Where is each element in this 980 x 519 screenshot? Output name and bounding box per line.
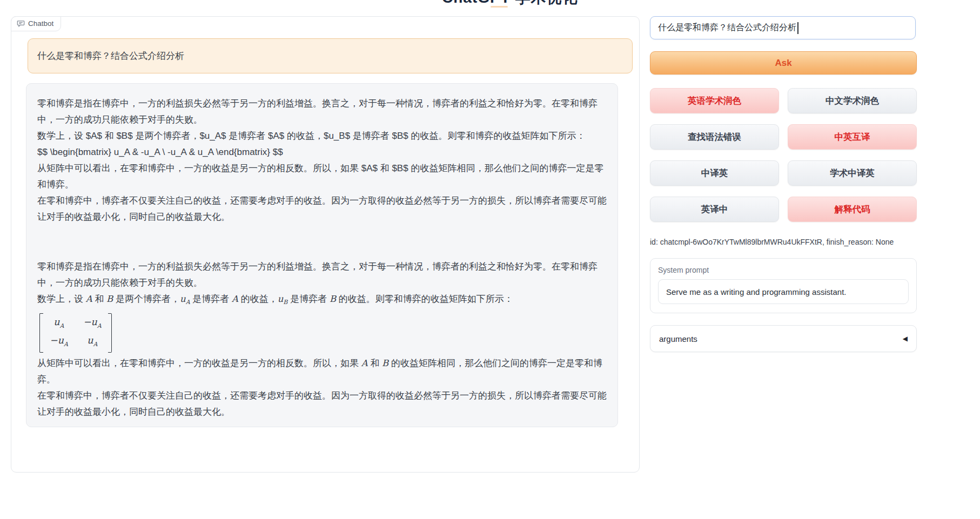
chatbot-label-tab: Chatbot bbox=[11, 16, 61, 31]
question-input-value: 什么是零和博弈？结合公式介绍分析 bbox=[658, 22, 796, 33]
system-prompt-value: Serve me as a writing and programming as… bbox=[666, 287, 846, 296]
btn-academic-zh-to-en[interactable]: 学术中译英 bbox=[788, 160, 917, 186]
math-formula-raw: $$ \begin{bmatrix} u_A & -u_A \ -u_A & u… bbox=[37, 144, 607, 160]
chat-bubble-icon bbox=[17, 19, 25, 28]
arguments-accordion[interactable]: arguments ◀ bbox=[650, 325, 917, 352]
matrix-left-bracket bbox=[39, 313, 43, 353]
chatbot-panel: Chatbot 什么是零和博弈？结合公式介绍分析 零和博弈是指在博弈中，一方的利… bbox=[11, 16, 640, 473]
bot-raw-paragraph: 零和博弈是指在博弈中，一方的利益损失必然等于另一方的利益增益。换言之，对于每一种… bbox=[37, 96, 607, 128]
status-text: id: chatcmpl-6wOo7KrYTwMl89lbrMWRu4UkFFX… bbox=[650, 238, 958, 246]
system-prompt-card: System prompt Serve me as a writing and … bbox=[650, 258, 917, 313]
bot-rendered-paragraph: 数学上，设 A 和 B 是两个博弈者，uA 是博弈者 A 的收益，uB 是博弈者… bbox=[37, 291, 607, 311]
bot-raw-paragraph: 数学上，设 $A$ 和 $B$ 是两个博弈者，$u_A$ 是博弈者 $A$ 的收… bbox=[37, 128, 607, 144]
user-message-text: 什么是零和博弈？结合公式介绍分析 bbox=[37, 50, 184, 62]
accordion-label: arguments bbox=[659, 334, 697, 343]
system-prompt-input[interactable]: Serve me as a writing and programming as… bbox=[658, 279, 909, 304]
btn-english-academic-polish[interactable]: 英语学术润色 bbox=[650, 88, 779, 113]
bot-raw-paragraph: 在零和博弈中，博弈者不仅要关注自己的收益，还需要考虑对手的收益。因为一方取得的收… bbox=[37, 193, 607, 225]
btn-zh-en-mutual-translate[interactable]: 中英互译 bbox=[788, 124, 917, 150]
matrix-cells: uA−uA−uAuA bbox=[43, 313, 108, 353]
user-message-bubble: 什么是零和博弈？结合公式介绍分析 bbox=[28, 38, 633, 73]
system-prompt-label: System prompt bbox=[658, 266, 909, 274]
title-underline-fragment bbox=[491, 6, 508, 8]
bot-raw-paragraph: 从矩阵中可以看出，在零和博弈中，一方的收益是另一方的相反数。所以，如果 $A$ … bbox=[37, 160, 607, 193]
ask-button[interactable]: Ask bbox=[650, 51, 917, 75]
payoff-matrix: uA−uA−uAuA bbox=[39, 313, 112, 353]
bot-raw-block: 零和博弈是指在博弈中，一方的利益损失必然等于另一方的利益增益。换言之，对于每一种… bbox=[37, 96, 607, 225]
btn-en-to-zh[interactable]: 英译中 bbox=[650, 197, 779, 222]
text-caret bbox=[797, 22, 798, 34]
bot-message-bubble: 零和博弈是指在博弈中，一方的利益损失必然等于另一方的利益增益。换言之，对于每一种… bbox=[26, 83, 618, 427]
question-input[interactable]: 什么是零和博弈？结合公式介绍分析 bbox=[650, 16, 916, 39]
collapse-arrow-icon: ◀ bbox=[903, 335, 908, 342]
btn-explain-code[interactable]: 解释代码 bbox=[788, 197, 917, 222]
btn-chinese-academic-polish[interactable]: 中文学术润色 bbox=[788, 88, 917, 113]
chatbot-label: Chatbot bbox=[28, 19, 53, 28]
bot-rendered-block: 零和博弈是指在博弈中，一方的利益损失必然等于另一方的利益增益。换言之，对于每一种… bbox=[37, 259, 607, 420]
clipped-page-title: ChatGPT 学术优化 bbox=[442, 0, 578, 8]
message-gap bbox=[37, 225, 607, 259]
bot-rendered-paragraph: 从矩阵中可以看出，在零和博弈中，一方的收益是另一方的相反数。所以，如果 A 和 … bbox=[37, 355, 607, 388]
quick-actions-grid: 英语学术润色 中文学术润色 查找语法错误 中英互译 中译英 学术中译英 英译中 … bbox=[650, 88, 917, 222]
btn-find-grammar-errors[interactable]: 查找语法错误 bbox=[650, 124, 779, 150]
bot-rendered-paragraph: 在零和博弈中，博弈者不仅要关注自己的收益，还需要考虑对手的收益。因为一方取得的收… bbox=[37, 388, 607, 420]
matrix-right-bracket bbox=[108, 313, 112, 353]
bot-rendered-paragraph: 零和博弈是指在博弈中，一方的利益损失必然等于另一方的利益增益。换言之，对于每一种… bbox=[37, 259, 607, 291]
btn-zh-to-en[interactable]: 中译英 bbox=[650, 160, 779, 186]
